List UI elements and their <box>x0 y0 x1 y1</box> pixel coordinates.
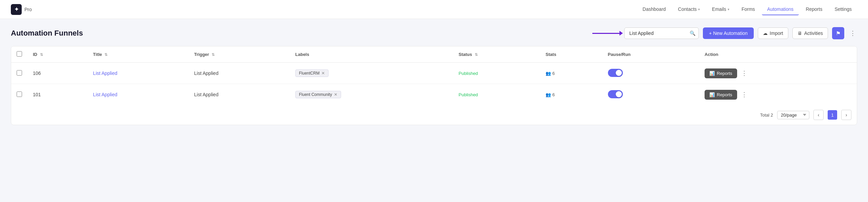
arrow-annotation: 🔍 <box>624 27 699 39</box>
column-trigger: Trigger ⇅ <box>189 46 290 63</box>
select-all-checkbox[interactable] <box>17 51 22 57</box>
activities-button[interactable]: 🖥 Activities <box>792 27 828 39</box>
automation-table: ID ⇅ Title ⇅ Trigger ⇅ Labels Status ⇅ <box>11 46 857 105</box>
row2-action-cell: 📊 Reports ⋮ <box>699 84 857 105</box>
emails-chevron-icon: ▾ <box>728 7 729 11</box>
prev-page-button[interactable]: ‹ <box>813 110 824 120</box>
reports-icon: 📊 <box>709 71 715 76</box>
flag-button[interactable]: ⚑ <box>832 27 844 39</box>
column-stats: Stats <box>540 46 603 63</box>
table-body: 106 List Applied List Applied FluentCRM … <box>11 63 857 105</box>
row2-toggle[interactable] <box>608 90 623 98</box>
row2-status: Published <box>453 84 540 105</box>
row1-title-link[interactable]: List Applied <box>93 70 117 76</box>
column-status: Status ⇅ <box>453 46 540 63</box>
id-sort-icon[interactable]: ⇅ <box>40 53 43 57</box>
column-labels: Labels <box>290 46 453 63</box>
row2-reports-icon: 📊 <box>709 92 715 97</box>
stats-person-icon: 👥 <box>546 71 551 76</box>
page-header: Automation Funnels 🔍 + New Automation ☁ … <box>11 27 857 39</box>
flag-icon: ⚑ <box>836 30 841 37</box>
nav-automations[interactable]: Automations <box>762 4 799 15</box>
table-row: 106 List Applied List Applied FluentCRM … <box>11 63 857 84</box>
row2-id: 101 <box>27 84 87 105</box>
row2-stats: 👥 6 <box>540 84 603 105</box>
row2-checkbox-cell <box>11 84 27 105</box>
more-options-button[interactable]: ⋮ <box>848 28 857 38</box>
monitor-icon: 🖥 <box>797 31 802 36</box>
contacts-chevron-icon: ▾ <box>698 7 700 11</box>
next-page-button[interactable]: › <box>841 110 851 120</box>
row2-stats-cell: 👥 6 <box>546 92 597 97</box>
row2-toggle-cell <box>603 84 699 105</box>
row2-reports-button[interactable]: 📊 Reports <box>705 90 737 100</box>
row1-action-cell: 📊 Reports ⋮ <box>699 63 857 84</box>
row1-status: Published <box>453 63 540 84</box>
row2-checkbox[interactable] <box>17 92 22 97</box>
table-header-row: ID ⇅ Title ⇅ Trigger ⇅ Labels Status ⇅ <box>11 46 857 63</box>
column-checkbox <box>11 46 27 63</box>
row2-title-link[interactable]: List Applied <box>93 92 117 97</box>
row1-ellipsis-icon: ⋮ <box>741 70 747 77</box>
table-row: 101 List Applied List Applied Fluent Com… <box>11 84 857 105</box>
row1-label-tag: FluentCRM ✕ <box>295 69 329 77</box>
row2-trigger: List Applied <box>189 84 290 105</box>
per-page-select[interactable]: 20/page 50/page 100/page <box>777 111 809 119</box>
row2-stats-person-icon: 👥 <box>546 92 551 97</box>
row1-checkbox[interactable] <box>17 70 22 76</box>
pagination-row: Total 2 20/page 50/page 100/page ‹ 1 › <box>11 105 857 125</box>
row1-label-remove[interactable]: ✕ <box>321 71 325 76</box>
total-label: Total 2 <box>760 113 773 118</box>
import-button[interactable]: ☁ Import <box>758 27 788 39</box>
search-icon: 🔍 <box>690 31 695 36</box>
row2-title-cell: List Applied <box>87 84 189 105</box>
row1-more-button[interactable]: ⋮ <box>740 68 749 78</box>
logo-icon: ✦ <box>11 4 22 15</box>
row2-labels: Fluent Community ✕ <box>290 84 453 105</box>
search-input[interactable] <box>624 27 699 39</box>
row1-stats-cell: 👥 6 <box>546 71 597 76</box>
column-action: Action <box>699 46 857 63</box>
automation-table-container: ID ⇅ Title ⇅ Trigger ⇅ Labels Status ⇅ <box>11 46 857 125</box>
nav-settings[interactable]: Settings <box>829 4 857 15</box>
trigger-sort-icon[interactable]: ⇅ <box>212 53 215 57</box>
row2-label-remove[interactable]: ✕ <box>334 92 337 97</box>
row1-stats: 👥 6 <box>540 63 603 84</box>
column-id: ID ⇅ <box>27 46 87 63</box>
header-actions: 🔍 + New Automation ☁ Import 🖥 Activities… <box>624 27 857 39</box>
row1-labels: FluentCRM ✕ <box>290 63 453 84</box>
row1-trigger: List Applied <box>189 63 290 84</box>
nav-dashboard[interactable]: Dashboard <box>637 4 671 15</box>
ellipsis-icon: ⋮ <box>850 30 856 37</box>
column-pause-run: Pause/Run <box>603 46 699 63</box>
row2-more-button[interactable]: ⋮ <box>740 89 749 100</box>
new-automation-button[interactable]: + New Automation <box>703 27 754 39</box>
row1-toggle-cell <box>603 63 699 84</box>
title-sort-icon[interactable]: ⇅ <box>104 53 107 57</box>
main-content: Automation Funnels 🔍 + New Automation ☁ … <box>0 19 868 133</box>
nav-contacts[interactable]: Contacts ▾ <box>673 4 705 15</box>
chevron-left-icon: ‹ <box>818 112 820 118</box>
column-title: Title ⇅ <box>87 46 189 63</box>
search-box: 🔍 <box>624 27 699 39</box>
nav-reports[interactable]: Reports <box>800 4 828 15</box>
row2-ellipsis-icon: ⋮ <box>741 91 747 98</box>
current-page-number: 1 <box>828 110 837 120</box>
app-logo: ✦ Pro <box>11 4 32 15</box>
row1-reports-button[interactable]: 📊 Reports <box>705 68 737 78</box>
row1-toggle[interactable] <box>608 69 623 77</box>
row1-title-cell: List Applied <box>87 63 189 84</box>
nav-forms[interactable]: Forms <box>736 4 761 15</box>
chevron-right-icon: › <box>846 112 847 118</box>
cloud-icon: ☁ <box>763 31 768 36</box>
row1-id: 106 <box>27 63 87 84</box>
nav-emails[interactable]: Emails ▾ <box>707 4 735 15</box>
status-sort-icon[interactable]: ⇅ <box>475 53 478 57</box>
row2-status-badge: Published <box>459 92 478 97</box>
top-navigation: ✦ Pro Dashboard Contacts ▾ Emails ▾ Form… <box>0 0 868 19</box>
row1-checkbox-cell <box>11 63 27 84</box>
logo-label: Pro <box>24 7 32 12</box>
row2-label-tag: Fluent Community ✕ <box>295 91 341 98</box>
row1-status-badge: Published <box>459 71 478 76</box>
page-title: Automation Funnels <box>11 29 624 38</box>
